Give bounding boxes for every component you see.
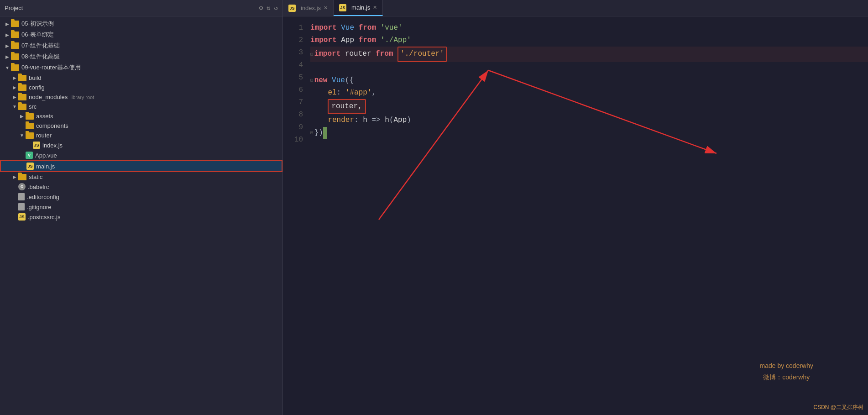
folder-icon-06: [11, 32, 19, 38]
prop-render: render: [328, 114, 354, 126]
folder-icon-09: [11, 64, 19, 71]
label-config: config: [29, 84, 45, 91]
tab-label-main-js: main.js: [351, 4, 370, 11]
punct-comma-6: ,: [371, 87, 376, 99]
sidebar-tree: 05-初识示例 06-表单绑定 07-组件化基础 08-组件化高级: [0, 16, 282, 415]
label-09: 09-vue-router基本使用: [21, 63, 81, 72]
vue-icon-app: V: [26, 152, 33, 159]
fold-marker-3: ⊟: [310, 50, 314, 59]
code-line-6: el : '#app' ,: [310, 87, 868, 99]
label-app-vue: App.vue: [35, 152, 57, 159]
sidebar-item-05[interactable]: 05-初识示例: [0, 18, 282, 29]
ident-router-3: router: [345, 48, 371, 60]
arrow-static: [11, 174, 18, 179]
tab-label-index-js: index.js: [301, 5, 321, 11]
sidebar-item-06[interactable]: 06-表单绑定: [0, 29, 282, 40]
code-line-10: [310, 139, 868, 152]
label-postcssrc: .postcssrc.js: [28, 214, 61, 221]
label-src: src: [29, 103, 37, 110]
arrow-assets: [18, 114, 26, 119]
arrow-08: [4, 54, 11, 59]
sidebar-item-babelrc[interactable]: ⚙ .babelrc: [0, 182, 282, 192]
code-line-5: ⊟ new Vue ({: [310, 74, 868, 87]
csdn-badge: CSDN @二叉排序树: [813, 404, 863, 411]
tab-icon-main-js: JS: [339, 4, 346, 11]
sidebar-item-static[interactable]: static: [0, 172, 282, 182]
label-static: static: [29, 173, 42, 180]
sidebar-item-08[interactable]: 08-组件化高级: [0, 51, 282, 62]
kw-from-3: from: [376, 48, 393, 60]
sidebar-item-app-vue[interactable]: V App.vue: [0, 150, 282, 160]
sidebar-item-postcssrc[interactable]: JS .postcssrc.js: [0, 212, 282, 222]
js-icon-postcssrc: JS: [18, 213, 26, 221]
tab-close-main-js[interactable]: ✕: [373, 5, 377, 11]
punct-paren-open: (: [389, 114, 394, 126]
sidebar-item-assets[interactable]: assets: [0, 111, 282, 121]
sidebar-item-09[interactable]: 09-vue-router基本使用: [0, 62, 282, 73]
tab-bar: JS index.js ✕ JS main.js ✕: [283, 0, 868, 16]
tab-main-js[interactable]: JS main.js ✕: [334, 0, 383, 16]
router-hl-box: router,: [328, 99, 366, 114]
code-line-9: ⊟ }) |: [310, 127, 868, 139]
sidebar-item-src[interactable]: src: [0, 102, 282, 111]
tab-icon-index-js: JS: [288, 5, 296, 12]
watermark-line2: 微博：coderwhy: [759, 372, 813, 383]
str-hash-app: '#app': [345, 87, 372, 99]
label-08: 08-组件化高级: [21, 53, 60, 61]
tab-close-index-js[interactable]: ✕: [324, 5, 328, 11]
folder-icon-07: [11, 42, 19, 49]
editor-area: JS index.js ✕ JS main.js ✕ 1 2 3 4 5 6 7…: [283, 0, 868, 415]
ident-vue-5: Vue: [332, 74, 345, 87]
folder-icon-src: [18, 104, 26, 110]
code-content: import Vue from 'vue' import App from '.…: [310, 21, 868, 410]
file-icon-editorconfig: [18, 193, 25, 200]
sidebar-item-main-js[interactable]: JS main.js: [0, 160, 282, 172]
sidebar-item-build[interactable]: build: [0, 73, 282, 83]
code-line-2: import App from './App': [310, 34, 868, 47]
sidebar-item-gitignore[interactable]: .gitignore: [0, 202, 282, 212]
label-05: 05-初识示例: [21, 20, 54, 28]
folder-icon-node-modules: [18, 94, 26, 100]
kw-from-1: from: [359, 22, 376, 34]
folder-icon-assets: [26, 113, 34, 120]
folder-icon-components: [26, 123, 34, 129]
ident-app: App: [341, 34, 354, 47]
label-07: 07-组件化基础: [21, 42, 60, 50]
sidebar-item-router[interactable]: router: [0, 131, 282, 140]
arrow-05: [4, 21, 11, 26]
str-vue: 'vue': [381, 22, 403, 34]
str-router-highlighted: './router': [397, 47, 447, 62]
kw-from-2: from: [359, 34, 376, 47]
collapse-icon[interactable]: ⇅: [267, 4, 270, 12]
prop-el: el: [328, 87, 336, 99]
code-line-1: import Vue from 'vue': [310, 22, 868, 34]
punct-paren-close: ): [407, 114, 411, 126]
sidebar-item-router-index[interactable]: JS index.js: [0, 140, 282, 150]
watermark-line1: made by coderwhy: [759, 360, 813, 372]
fold-marker-9: ⊟: [310, 129, 314, 137]
js-icon-router-index: JS: [33, 142, 40, 149]
sidebar-header: Project ⚙ ⇅ ↺: [0, 0, 282, 16]
arrow-07: [4, 43, 11, 48]
tab-index-js[interactable]: JS index.js ✕: [283, 0, 334, 16]
sidebar-item-node-modules[interactable]: node_modules library root: [0, 92, 282, 102]
label-editorconfig: .editorconfig: [27, 194, 59, 200]
settings-icon[interactable]: ⚙: [259, 4, 263, 12]
punct-colon-8: :: [354, 114, 359, 126]
file-icon-gitignore: [18, 203, 25, 210]
kw-import-1: import: [310, 22, 337, 34]
refresh-icon[interactable]: ↺: [274, 4, 278, 12]
punct-arrow: =>: [371, 114, 380, 126]
sidebar-item-components[interactable]: components: [0, 121, 282, 131]
arrow-config: [11, 85, 18, 90]
sidebar-item-config[interactable]: config: [0, 83, 282, 92]
sidebar-item-editorconfig[interactable]: .editorconfig: [0, 192, 282, 202]
js-icon-main: JS: [26, 163, 34, 170]
str-router: './router': [400, 50, 444, 58]
code-line-4: [310, 62, 868, 74]
sidebar-item-07[interactable]: 07-组件化基础: [0, 40, 282, 51]
folder-icon-config: [18, 84, 26, 91]
label-node-modules: node_modules: [29, 94, 68, 100]
config-icon-babelrc: ⚙: [18, 183, 26, 190]
folder-icon-build: [18, 75, 26, 81]
